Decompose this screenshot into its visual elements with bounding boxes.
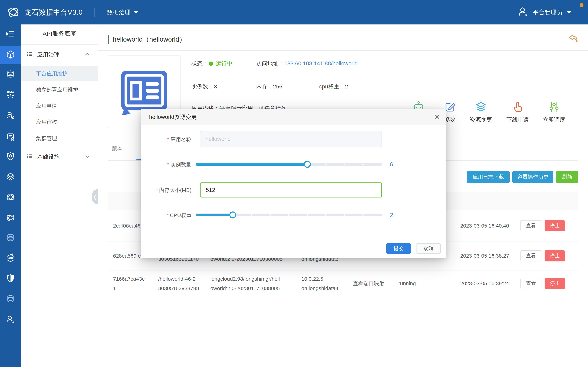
list-icon: [26, 51, 33, 59]
action-schedule-label: 立即调度: [538, 117, 570, 124]
chevron-up-icon: [85, 51, 90, 58]
recording-dot: [579, 3, 583, 7]
instances-slider-handle[interactable]: [304, 161, 311, 168]
action-offline-label: 下线申请: [502, 117, 533, 124]
database-light-2-icon[interactable]: [6, 294, 15, 305]
menu-toggle-icon[interactable]: [6, 29, 15, 40]
user-settings-icon[interactable]: [6, 315, 15, 326]
swirl-1-icon[interactable]: [5, 192, 16, 204]
chevron-down-icon: [134, 11, 138, 13]
sidebar-section-app-governance[interactable]: 应用治理: [21, 47, 98, 63]
logo-icon: [6, 5, 20, 21]
header-divider: [98, 50, 588, 51]
field-label-instances: *实例数量: [142, 161, 191, 168]
field-label-memory: *内存大小(MB): [142, 187, 191, 194]
address-link[interactable]: 183.60.108.141:88/helloworld: [284, 60, 358, 67]
hand-pointer-icon: [511, 101, 524, 113]
row2-stop-button[interactable]: 停止: [545, 250, 565, 261]
user-name[interactable]: 平台管理员: [533, 8, 562, 16]
shield-quality-icon[interactable]: [6, 151, 15, 162]
row1-stop-button[interactable]: 停止: [545, 220, 565, 231]
submit-button[interactable]: 提交: [386, 243, 411, 254]
action-resource-change[interactable]: 资源变更: [465, 101, 497, 124]
row3-name-line2: 30305163933798: [158, 285, 199, 291]
action-schedule-now[interactable]: 立即调度: [538, 101, 570, 124]
api-hexagon-icon[interactable]: API: [6, 253, 15, 264]
tab-version[interactable]: 版本: [112, 145, 122, 152]
layers-icon: [475, 101, 487, 113]
app-root: 龙石数据中台V3.0 数据治理 平台管理员: [0, 0, 588, 367]
page-title: helloworld（helloworld）: [113, 35, 186, 44]
top-bar: 龙石数据中台V3.0 数据治理 平台管理员: [0, 0, 588, 25]
address-label: 访问地址：: [256, 60, 284, 67]
row3-id-line2: 1: [113, 285, 116, 291]
refresh-button[interactable]: 刷新: [556, 171, 578, 183]
row3-id-line1: 7166a7ca43c: [113, 276, 145, 282]
shield-half-icon[interactable]: [6, 274, 15, 284]
sidebar: API服务底座 应用治理 平台应用维护 独立部署应用维护 应用申请 应用审核 集…: [21, 25, 98, 367]
brand-title: 龙石数据中台V3.0: [25, 8, 83, 17]
svg-text:API: API: [8, 257, 13, 260]
back-icon[interactable]: [567, 33, 578, 45]
sliders-icon: [548, 101, 560, 113]
cpu-row: cpu权重：2: [319, 83, 348, 91]
row3-ip: 10.0.22.5: [301, 276, 323, 282]
resource-change-modal: helloworld资源变更 ✕ *应用名称 *实例数量 6 *内存大小(MB)…: [141, 109, 446, 258]
swirl-2-icon[interactable]: [5, 213, 16, 224]
layers-icon[interactable]: [6, 172, 15, 183]
cpu-value: 2: [345, 83, 348, 90]
row3-status: running: [398, 280, 416, 286]
modal-title: helloworld资源变更: [149, 114, 197, 121]
topbar-divider: [95, 8, 95, 17]
status-dot-icon: [209, 61, 213, 66]
field-label-app-name: *应用名称: [142, 136, 191, 143]
certificate-icon[interactable]: [6, 132, 15, 143]
row2-created: 2023-03-05 16:38:27: [460, 253, 509, 259]
instances-value: 3: [214, 83, 217, 90]
cpu-slider-fill: [196, 214, 233, 216]
memory-row: 内存：256: [256, 83, 282, 91]
nav-data-governance[interactable]: 数据治理: [107, 8, 138, 16]
row2-view-button[interactable]: 查看: [520, 250, 541, 261]
list-icon: [26, 153, 33, 161]
row3-port-mapping-link[interactable]: 查看端口映射: [353, 280, 384, 287]
sidebar-section-infrastructure[interactable]: 基础设施: [21, 149, 98, 165]
user-chevron-down-icon: [567, 11, 571, 13]
sidebar-item-standalone-app-maintenance[interactable]: 独立部署应用维护: [21, 82, 98, 98]
database-gear-icon[interactable]: [6, 111, 15, 122]
app-box-icon[interactable]: [6, 50, 15, 61]
sidebar-item-app-apply[interactable]: 应用申请: [21, 98, 98, 114]
container-history-button[interactable]: 容器操作历史: [512, 171, 553, 183]
row1-view-button[interactable]: 查看: [520, 220, 541, 231]
svg-text:DATA: DATA: [7, 90, 14, 93]
chevron-down-icon: [85, 154, 90, 160]
instances-slider-value: 6: [390, 161, 393, 168]
sidebar-item-cluster-management[interactable]: 集群管理: [21, 131, 98, 146]
app-name-input[interactable]: [200, 131, 382, 147]
sidebar-item-platform-app-maintenance[interactable]: 平台应用维护: [21, 67, 98, 81]
cpu-slider-handle[interactable]: [229, 211, 236, 218]
user-avatar-icon[interactable]: [517, 6, 528, 18]
close-icon[interactable]: ✕: [434, 112, 440, 121]
data-flow-icon[interactable]: DATA: [6, 90, 15, 101]
action-resource-label: 资源变更: [465, 117, 497, 124]
sidebar-item-app-review[interactable]: 应用审核: [21, 114, 98, 130]
cpu-slider[interactable]: [196, 214, 382, 216]
row1-created: 2023-03-05 16:40:40: [460, 223, 509, 229]
row-divider: [108, 298, 578, 298]
sidebar-title: API服务底座: [21, 30, 98, 38]
row3-stop-button[interactable]: 停止: [545, 278, 565, 289]
address-row: 访问地址：183.60.108.141:88/helloworld: [256, 60, 358, 67]
app-log-download-button[interactable]: 应用日志下载: [467, 171, 510, 183]
cancel-button[interactable]: 取消: [416, 243, 441, 254]
action-offline-request[interactable]: 下线申请: [502, 101, 533, 124]
status-value: 运行中: [216, 60, 232, 67]
database-icon[interactable]: [6, 70, 15, 80]
instances-slider-fill: [196, 163, 307, 166]
row3-image-line1: longcloud2:98/longshimgr/hell: [210, 276, 280, 282]
row3-view-button[interactable]: 查看: [520, 278, 541, 289]
instances-slider[interactable]: [196, 163, 382, 166]
database-light-1-icon[interactable]: [6, 233, 15, 244]
memory-input[interactable]: [200, 183, 382, 198]
sidebar-divider: [21, 44, 98, 45]
